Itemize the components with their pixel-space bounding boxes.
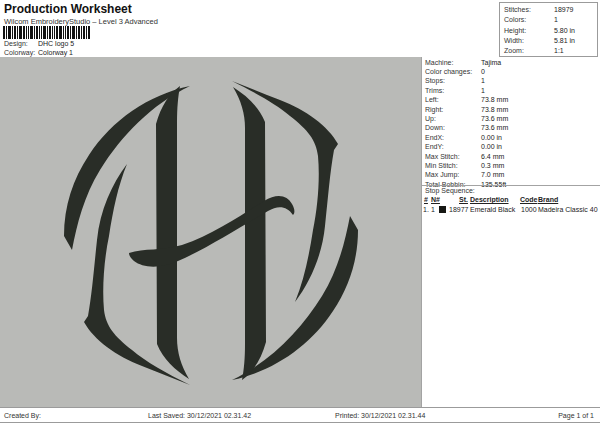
summary-row-stitches: Stitches:18979 bbox=[504, 6, 594, 16]
embroidery-design-preview bbox=[0, 57, 421, 407]
stop-row-code: 1000 bbox=[521, 206, 537, 214]
summary-row-colors: Colors:1 bbox=[504, 16, 594, 26]
design-summary-box: Stitches:18979 Colors:1 Height:5.80 in W… bbox=[499, 2, 598, 57]
machine-info-row: Right:73.8 mm bbox=[425, 106, 597, 115]
design-canvas bbox=[0, 57, 421, 407]
monogram-h-bar bbox=[156, 86, 189, 379]
colorway-name: Colorway 1 bbox=[38, 49, 73, 57]
colorway-label: Colorway: bbox=[4, 49, 35, 57]
page-title: Production Worksheet bbox=[4, 2, 132, 16]
production-worksheet-page: { "header": { "title": "Production Works… bbox=[0, 0, 600, 424]
page-bottom-rule bbox=[0, 422, 600, 423]
machine-info-row: EndY:0.00 in bbox=[425, 143, 597, 152]
col-header-description: Description bbox=[470, 196, 509, 204]
monogram-rotated-half bbox=[232, 81, 358, 380]
thread-color-swatch bbox=[439, 206, 446, 213]
col-header-brand: Brand bbox=[538, 196, 558, 204]
stop-row-needle: 1 bbox=[431, 206, 435, 214]
machine-info-row: EndX:0.00 in bbox=[425, 134, 597, 143]
printed-text: Printed: 30/12/2021 02.31.44 bbox=[335, 412, 425, 420]
stop-sequence-divider bbox=[422, 185, 600, 186]
summary-row-height: Height:5.80 in bbox=[504, 27, 594, 37]
col-header-num: # bbox=[424, 196, 428, 204]
stop-row-stitches: 18977 bbox=[449, 206, 468, 214]
created-by-label: Created By: bbox=[4, 412, 41, 420]
page-number: Page 1 of 1 bbox=[558, 412, 594, 420]
stop-row-brand: Madeira Classic 40 bbox=[538, 206, 598, 214]
summary-row-width: Width:5.81 in bbox=[504, 37, 594, 47]
monogram-swash-crossbar bbox=[129, 196, 294, 267]
machine-info-row: Left:73.8 mm bbox=[425, 96, 597, 105]
machine-info-row: Color changes:0 bbox=[425, 68, 597, 77]
design-label: Design: bbox=[4, 40, 28, 48]
machine-info-row: Stops:1 bbox=[425, 77, 597, 86]
machine-info-row: Down:73.6 mm bbox=[425, 124, 597, 133]
stop-row-description: Emerald Black bbox=[470, 206, 515, 214]
col-header-code: Code bbox=[520, 196, 538, 204]
design-barcode bbox=[3, 26, 90, 39]
col-header-stitches: St. bbox=[459, 196, 468, 204]
design-name: DHC logo 5 bbox=[38, 40, 74, 48]
col-header-needle: N# bbox=[431, 196, 440, 204]
stop-sequence-title: Stop Sequence: bbox=[425, 187, 475, 195]
last-saved-text: Last Saved: 30/12/2021 02.31.42 bbox=[148, 412, 251, 420]
machine-info-row: Max Stitch:6.4 mm bbox=[425, 153, 597, 162]
machine-info-panel: Machine:Tajima Color changes:0 Stops:1 T… bbox=[421, 57, 600, 407]
monogram-half-group bbox=[64, 86, 190, 385]
summary-row-zoom: Zoom:1:1 bbox=[504, 47, 594, 57]
machine-info-row: Up:73.6 mm bbox=[425, 115, 597, 124]
machine-info-row: Machine:Tajima bbox=[425, 59, 597, 68]
machine-info-row: Max Jump:7.0 mm bbox=[425, 171, 597, 180]
stop-row-num: 1. bbox=[423, 206, 429, 214]
machine-info-row: Min Stitch:0.3 mm bbox=[425, 162, 597, 171]
machine-info-row: Trims:1 bbox=[425, 87, 597, 96]
